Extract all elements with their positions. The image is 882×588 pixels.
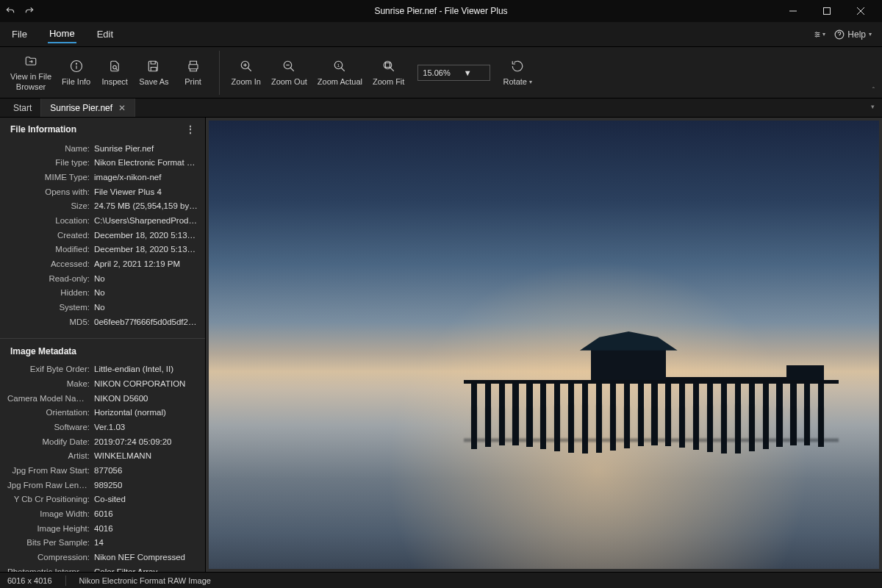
tab-label: Start [13,103,32,113]
info-row: Location:C:\Users\SharpenedProduction... [7,213,198,228]
info-row: System:No [7,300,198,315]
zoom-out-icon [282,58,295,74]
info-value: NIKON D5600 [94,392,198,405]
info-key: Bits Per Sample: [7,537,94,549]
svg-line-19 [248,68,251,71]
save-icon [147,58,160,74]
view-in-file-browser-button[interactable]: View in File Browser [6,50,56,94]
undo-icon[interactable] [4,5,16,17]
info-value: image/x-nikon-nef [94,171,198,184]
info-value: No [94,273,198,285]
tool-label: Zoom In [232,77,261,87]
info-key: Camera Model Name: [7,392,94,405]
tool-label: View in File Browser [10,72,51,91]
window-minimize-button[interactable] [776,0,810,22]
info-key: Exif Byte Order: [7,363,94,376]
window-maximize-button[interactable] [810,0,844,22]
tool-label: Zoom Fit [373,77,404,87]
info-key: Image Width: [7,508,94,520]
info-key: Software: [7,421,94,434]
info-value: December 18, 2020 5:13 PM [94,229,198,242]
menu-home[interactable]: Home [48,25,76,43]
info-row: Opens with:File Viewer Plus 4 [7,184,198,199]
tab-bar: Start Sunrise Pier.nef ✕ ▾ [0,98,882,118]
status-separator [65,576,66,586]
info-value: Little-endian (Intel, II) [94,363,198,376]
info-row: Modify Date:2019:07:24 05:09:20 [7,434,198,449]
info-row: File type:Nikon Electronic Format RAW I.… [7,156,198,171]
help-icon [834,29,845,40]
tab-file[interactable]: Sunrise Pier.nef ✕ [41,98,135,117]
info-value: Nikon Electronic Format RAW I... [94,157,198,169]
info-row: Software:Ver.1.03 [7,420,198,434]
info-row: Image Width:6016 [7,506,198,521]
info-value: 2019:07:24 05:09:20 [94,436,198,448]
settings-icon[interactable]: ▾ [814,29,825,40]
svg-point-28 [384,61,392,69]
info-value: 24.75 MB (25,954,159 bytes) [94,200,198,212]
info-value: Sunrise Pier.nef [94,143,198,155]
rotate-button[interactable]: Rotate ▾ [499,55,537,90]
toolbar: View in File Browser File Info Inspect S… [0,47,882,98]
svg-point-15 [113,65,117,69]
help-label: Help [847,29,866,40]
info-row: Jpg From Raw Length:989250 [7,478,198,492]
info-row: Jpg From Raw Start:877056 [7,463,198,478]
redo-icon[interactable] [24,5,35,17]
info-sidebar[interactable]: File Information ⋮ Name:Sunrise Pier.nef… [0,118,206,572]
svg-point-7 [816,32,817,33]
image-metadata-panel-header: Image Metadata [0,340,205,361]
save-as-button[interactable]: Save As [135,55,173,90]
title-bar: Sunrise Pier.nef - File Viewer Plus [0,0,882,22]
inspect-button[interactable]: Inspect [96,55,133,90]
menu-file[interactable]: File [10,26,29,43]
image-viewer[interactable] [206,118,882,572]
info-value: File Viewer Plus 4 [94,186,198,198]
print-icon [187,58,200,74]
tool-label: Zoom Out [271,77,307,87]
tab-start[interactable]: Start [4,98,41,117]
window-close-button[interactable] [844,0,878,22]
info-row: Orientation:Horizontal (normal) [7,406,198,420]
info-key: Artist: [7,450,94,462]
zoom-value-dropdown[interactable]: 15.06% ▼ [417,65,490,81]
tab-overflow-icon[interactable]: ▾ [871,103,875,110]
zoom-actual-button[interactable]: 1 Zoom Actual [313,55,367,90]
collapse-ribbon-icon[interactable]: ˆ [872,87,875,95]
info-key: Hidden: [7,287,94,299]
svg-point-14 [76,63,76,64]
info-key: Name: [7,143,94,155]
menu-edit[interactable]: Edit [96,26,115,43]
info-row: Y Cb Cr Positioning:Co-sited [7,492,198,507]
info-row: Compression:Nikon NEF Compressed [7,550,198,564]
info-key: Opens with: [7,186,94,198]
info-key: Image Height: [7,523,94,535]
svg-rect-1 [824,8,831,15]
chevron-down-icon: ▼ [464,68,472,77]
file-info-button[interactable]: File Info [57,55,95,90]
info-row: Read-only:No [7,271,198,286]
info-row: Camera Model Name:NIKON D5600 [7,391,198,406]
panel-menu-icon[interactable]: ⋮ [185,123,196,135]
info-key: Make: [7,378,94,390]
close-tab-icon[interactable]: ✕ [118,103,126,113]
info-key: Compression: [7,551,94,564]
main-area: File Information ⋮ Name:Sunrise Pier.nef… [0,118,882,572]
info-row: Photometric Interpretat...Color Filter A… [7,564,198,572]
info-row: Created:December 18, 2020 5:13 PM [7,228,198,243]
info-row: MIME Type:image/x-nikon-nef [7,170,198,184]
zoom-in-button[interactable]: Zoom In [227,55,265,90]
help-button[interactable]: Help ▾ [834,29,872,40]
zoom-actual-icon: 1 [333,58,346,74]
zoom-out-button[interactable]: Zoom Out [267,55,312,90]
info-value: 4016 [94,523,198,535]
status-dimensions: 6016 x 4016 [7,576,52,585]
svg-line-29 [390,68,394,71]
info-key: Orientation: [7,406,94,419]
zoom-fit-icon [382,58,395,74]
print-button[interactable]: Print [175,55,212,90]
zoom-fit-button[interactable]: Zoom Fit [368,55,409,90]
menu-bar: File Home Edit ▾ Help ▾ [0,22,882,47]
info-row: Artist:WINKELMANN [7,449,198,464]
panel-divider [0,338,205,339]
